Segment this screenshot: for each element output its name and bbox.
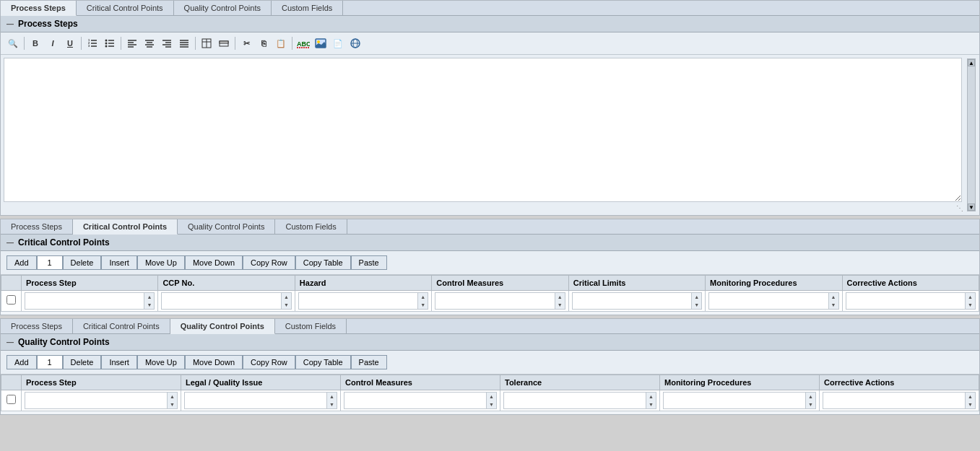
ccp-copy-table-btn[interactable]: Copy Table [295,255,351,270]
ccp-copy-row-btn[interactable]: Copy Row [243,255,295,270]
table-insert-btn[interactable] [199,35,214,51]
justify-btn[interactable] [176,35,192,51]
qcp-move-up-btn[interactable]: Move Up [137,355,185,369]
qcp-row-count[interactable] [37,355,63,369]
qcp-input-tolerance-1[interactable] [504,395,646,406]
zoom-btn[interactable]: 🔍 [5,35,21,51]
tab-custom-2[interactable]: Custom Fields [275,219,347,234]
tab-qcp-3[interactable]: Quality Control Points [170,319,275,334]
ccp-move-up-btn[interactable]: Move Up [137,255,185,270]
qcp-spinner-up-tol-1[interactable]: ▲ [646,393,656,400]
ccp-cell-corrective-1: ▲ ▼ [842,291,979,312]
qcp-spinner-up-cm-1[interactable]: ▲ [487,393,496,400]
qcp-delete-btn[interactable]: Delete [63,355,102,369]
ccp-insert-btn[interactable]: Insert [101,255,137,270]
paste-btn[interactable]: 📋 [273,35,289,51]
ccp-spinner-up-cl-1[interactable]: ▲ [692,293,701,301]
ccp-spinner-down-cl-1[interactable]: ▼ [692,301,701,309]
scrollbar-up[interactable]: ▲ [968,59,975,66]
cut-btn[interactable]: ✂ [238,35,254,51]
qcp-copy-table-btn[interactable]: Copy Table [295,355,351,369]
tab-custom-1[interactable]: Custom Fields [272,1,343,15]
qcp-spinner-down-lq-1[interactable]: ▼ [327,400,337,408]
ccp-row-checkbox-1[interactable] [6,295,16,305]
qcp-input-control-1[interactable] [344,395,486,406]
ccp-move-down-btn[interactable]: Move Down [185,255,243,270]
ordered-list-btn[interactable]: 123 [84,35,100,51]
qcp-paste-btn[interactable]: Paste [351,355,387,369]
collapse-icon-2[interactable]: — [6,239,14,247]
ccp-delete-btn[interactable]: Delete [63,255,102,270]
bold-btn[interactable]: B [27,35,43,51]
qcp-copy-row-btn[interactable]: Copy Row [243,355,295,369]
qcp-section-title: Quality Control Points [18,337,110,347]
ccp-spinner-down-mp-1[interactable]: ▼ [829,301,838,309]
qcp-add-btn[interactable]: Add [6,355,37,369]
qcp-input-legal-1[interactable] [185,395,326,406]
table-style-btn[interactable] [216,35,232,51]
qcp-checkbox-1 [1,390,22,411]
ccp-input-process-step-1[interactable] [25,295,144,307]
tab-qcp-2[interactable]: Quality Control Points [178,219,275,234]
tab-ccp-2[interactable]: Critical Control Points [73,219,178,235]
qcp-input-monitoring-1[interactable] [664,395,805,406]
qcp-insert-btn[interactable]: Insert [101,355,137,369]
qcp-spinner-down-mp-1[interactable]: ▼ [806,400,815,408]
align-left-btn[interactable] [124,35,140,51]
qcp-spinner-up-ps-1[interactable]: ▲ [168,393,177,400]
qcp-spinner-down-tol-1[interactable]: ▼ [646,400,656,408]
qcp-spinner-down-ps-1[interactable]: ▼ [168,400,177,408]
scrollbar-down[interactable]: ▼ [968,203,975,211]
ccp-spinner-down-ca-1[interactable]: ▼ [966,301,975,309]
web-btn[interactable] [347,35,363,51]
qcp-spinner-up-mp-1[interactable]: ▲ [806,393,815,400]
ccp-paste-btn[interactable]: Paste [351,255,387,270]
doc-btn[interactable]: 📄 [330,35,346,51]
italic-btn[interactable]: I [45,35,61,51]
tab-qcp-1[interactable]: Quality Control Points [174,1,272,15]
ccp-spinner-down-ps-1[interactable]: ▼ [144,301,154,309]
tab-process-steps-2[interactable]: Process Steps [1,219,73,234]
collapse-icon-3[interactable]: — [6,338,14,346]
ccp-input-monitoring-1[interactable] [709,295,828,307]
align-right-btn[interactable] [159,35,175,51]
tab-process-steps-1[interactable]: Process Steps [1,1,77,16]
ccp-section-title: Critical Control Points [18,237,110,248]
tab-ccp-3[interactable]: Critical Control Points [73,319,170,333]
ccp-add-btn[interactable]: Add [6,255,37,270]
process-steps-editor[interactable] [4,58,962,202]
qcp-input-corrective-1[interactable] [823,395,965,406]
tab-process-steps-3[interactable]: Process Steps [1,319,73,333]
qcp-input-process-step-1[interactable] [25,395,167,406]
ccp-spinner-up-mp-1[interactable]: ▲ [829,293,838,301]
collapse-icon-1[interactable]: — [6,20,14,28]
image-btn[interactable] [313,35,329,51]
ccp-input-corrective-1[interactable] [846,295,966,307]
underline-btn[interactable]: U [62,35,78,51]
qcp-spinner-down-cm-1[interactable]: ▼ [487,400,496,408]
copy-btn[interactable]: ⎘ [256,35,272,51]
spellcheck-btn[interactable]: ABC [295,35,311,51]
qcp-row-checkbox-1[interactable] [6,395,16,404]
qcp-spinner-up-lq-1[interactable]: ▲ [327,393,337,400]
ccp-spinner-down-no-1[interactable]: ▼ [282,301,291,309]
ccp-spinner-down-cm-1[interactable]: ▼ [555,301,565,309]
ccp-input-ccp-no-1[interactable] [162,295,280,307]
ccp-spinner-down-h-1[interactable]: ▼ [418,301,428,309]
tab-custom-3[interactable]: Custom Fields [275,319,347,333]
ccp-input-control-1[interactable] [435,295,554,307]
tab-ccp-1[interactable]: Critical Control Points [77,1,174,15]
ccp-spinner-up-no-1[interactable]: ▲ [282,293,291,301]
qcp-move-down-btn[interactable]: Move Down [185,355,243,369]
ccp-spinner-up-cm-1[interactable]: ▲ [555,293,565,301]
qcp-spinner-down-ca-1[interactable]: ▼ [966,400,975,408]
ccp-input-critical-1[interactable] [573,295,691,307]
ccp-spinner-up-h-1[interactable]: ▲ [418,293,428,301]
qcp-spinner-up-ca-1[interactable]: ▲ [966,393,975,400]
ccp-spinner-up-ps-1[interactable]: ▲ [144,293,154,301]
ccp-spinner-up-ca-1[interactable]: ▲ [966,293,975,301]
unordered-list-btn[interactable] [102,35,118,51]
ccp-row-count[interactable] [37,255,63,270]
align-center-btn[interactable] [142,35,157,51]
ccp-input-hazard-1[interactable] [299,295,417,307]
